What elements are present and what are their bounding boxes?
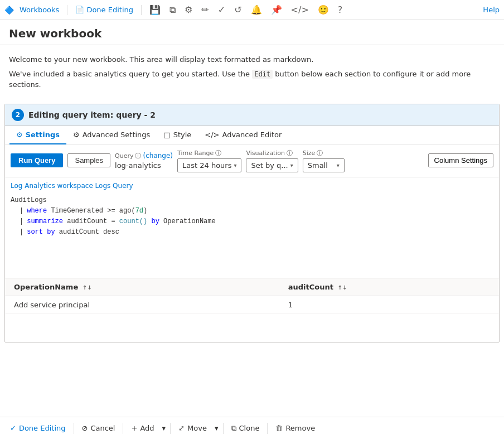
add-chevron-btn[interactable]: ▾: [160, 421, 168, 436]
settings-tabs: ⚙ Settings ⚙ Advanced Settings □ Style <…: [5, 126, 499, 144]
query-label: Query ⓘ (change): [115, 152, 173, 160]
nav-divider-1: [67, 5, 67, 15]
pin-icon-btn[interactable]: 📌: [268, 2, 285, 17]
description-area: Welcome to your new workbook. This area …: [0, 45, 504, 95]
viz-info-icon[interactable]: ⓘ: [287, 149, 293, 157]
move-button[interactable]: ⤢ Move: [173, 421, 212, 436]
query-field: Query ⓘ (change) log-analytics: [115, 152, 173, 170]
bottom-action-bar: ✓ Done Editing ⊘ Cancel + Add ▾ ⤢ Move ▾…: [0, 417, 504, 439]
time-range-field: Time Range ⓘ Last 24 hours ▾: [177, 149, 241, 172]
time-range-info-icon[interactable]: ⓘ: [215, 149, 221, 157]
cancel-button[interactable]: ⊘ Cancel: [76, 421, 121, 436]
size-label: Size ⓘ: [303, 149, 345, 157]
viz-chevron-icon: ▾: [290, 162, 293, 168]
cancel-icon: ⊘: [82, 424, 88, 432]
check-done-icon: ✓: [10, 424, 16, 432]
done-editing-nav-btn[interactable]: 📄 Done Editing: [72, 4, 137, 15]
results-section: OperationName ↑↓ auditCount ↑↓ Add servi…: [5, 278, 499, 314]
settings-controls-row: Run Query Samples Query ⓘ (change) log-a…: [5, 144, 499, 177]
pipe-icon-1: |: [20, 206, 23, 216]
query-spacer: [5, 244, 499, 278]
visualization-label: Visualization ⓘ: [246, 149, 298, 157]
pencil-icon-btn[interactable]: ✏: [198, 2, 212, 17]
size-field: Size ⓘ Small ▾: [303, 149, 345, 172]
workbooks-link[interactable]: Workbooks: [16, 4, 62, 15]
bar-divider-3: [170, 423, 171, 434]
size-info-icon[interactable]: ⓘ: [317, 149, 323, 157]
add-button[interactable]: + Add: [125, 421, 159, 436]
visualization-dropdown[interactable]: Set by q... ▾: [246, 158, 298, 172]
edit-code-label: Edit: [252, 70, 273, 79]
bar-divider-4: [223, 423, 224, 434]
pipe-icon-2: |: [20, 216, 23, 227]
query-line-2: | where TimeGenerated >= ago(7d): [11, 206, 493, 216]
advanced-editor-tab-icon: </>: [205, 131, 219, 139]
move-icon: ⤢: [178, 424, 185, 432]
move-chevron-icon: ▾: [215, 424, 219, 432]
operation-name-sort-icon[interactable]: ↑↓: [83, 284, 92, 291]
query-value: log-analytics: [115, 161, 173, 170]
settings-tab-icon: ⚙: [16, 131, 23, 139]
time-range-label: Time Range ⓘ: [177, 149, 241, 157]
edit-panel-header: 2 Editing query item: query - 2: [5, 104, 499, 126]
query-line-1: AuditLogs: [11, 195, 493, 206]
tab-settings[interactable]: ⚙ Settings: [9, 126, 66, 144]
time-range-chevron-icon: ▾: [234, 162, 236, 168]
bar-divider-5: [267, 423, 268, 434]
query-code-block[interactable]: AuditLogs | where TimeGenerated >= ago(7…: [11, 193, 493, 240]
emoji-icon-btn[interactable]: 🙂: [314, 2, 332, 17]
tab-advanced-editor[interactable]: </> Advanced Editor: [198, 126, 288, 144]
save-icon-btn[interactable]: 💾: [146, 2, 164, 17]
edit-panel: 2 Editing query item: query - 2 ⚙ Settin…: [4, 104, 500, 343]
top-navigation: 🔷 Workbooks 📄 Done Editing 💾 ⧉ ⚙ ✏ ✓ ↺ 🔔…: [0, 0, 504, 20]
nav-divider-2: [141, 5, 142, 15]
edit-panel-title: Editing query item: query - 2: [28, 110, 156, 119]
col-header-audit-count[interactable]: auditCount ↑↓: [279, 278, 499, 296]
style-tab-icon: □: [163, 131, 170, 139]
advanced-settings-tab-icon: ⚙: [73, 131, 80, 139]
query-item-badge: 2: [12, 109, 24, 121]
query-editor-section: Log Analytics workspace Logs Query Audit…: [5, 177, 499, 245]
question-icon-btn[interactable]: ?: [335, 2, 346, 17]
desc-line-2: We've included a basic analytics query t…: [9, 69, 495, 90]
query-info-icon[interactable]: ⓘ: [135, 152, 141, 160]
add-icon: +: [131, 424, 137, 432]
workbooks-icon: 🔷: [4, 6, 14, 15]
copy-icon-btn[interactable]: ⧉: [166, 2, 179, 17]
pipe-icon-3: |: [20, 227, 23, 238]
time-range-dropdown[interactable]: Last 24 hours ▾: [177, 158, 241, 172]
results-table: OperationName ↑↓ auditCount ↑↓ Add servi…: [5, 278, 499, 314]
bell-icon-btn[interactable]: 🔔: [248, 2, 265, 17]
settings-icon-btn[interactable]: ⚙: [181, 2, 196, 17]
samples-button[interactable]: Samples: [67, 153, 110, 167]
check-icon-btn[interactable]: ✓: [215, 2, 229, 17]
desc-line-1: Welcome to your new workbook. This area …: [9, 54, 495, 65]
page-icon: 📄: [75, 6, 84, 14]
query-section-label[interactable]: Log Analytics workspace Logs Query: [11, 182, 493, 190]
bottom-spacer: [5, 314, 499, 342]
size-dropdown[interactable]: Small ▾: [303, 158, 345, 172]
bar-divider-2: [123, 423, 123, 434]
move-chevron-btn[interactable]: ▾: [212, 421, 221, 436]
clone-button[interactable]: ⧉ Clone: [226, 421, 265, 436]
tab-style[interactable]: □ Style: [157, 126, 198, 144]
size-chevron-icon: ▾: [337, 162, 340, 168]
visualization-field: Visualization ⓘ Set by q... ▾: [246, 149, 298, 172]
done-editing-button[interactable]: ✓ Done Editing: [4, 421, 71, 436]
remove-button[interactable]: 🗑 Remove: [270, 421, 321, 436]
clone-icon: ⧉: [231, 424, 236, 433]
refresh-icon-btn[interactable]: ↺: [231, 2, 245, 17]
audit-count-sort-icon[interactable]: ↑↓: [338, 284, 347, 291]
query-change-link[interactable]: (change): [143, 152, 173, 160]
column-settings-button[interactable]: Column Settings: [428, 153, 493, 167]
help-link[interactable]: Help: [483, 6, 500, 14]
tab-advanced-settings[interactable]: ⚙ Advanced Settings: [66, 126, 157, 144]
add-chevron-icon: ▾: [162, 424, 166, 432]
move-button-group: ⤢ Move ▾: [173, 421, 220, 436]
run-query-button[interactable]: Run Query: [11, 153, 63, 167]
cell-audit-count: 1: [279, 296, 499, 314]
table-header-row: OperationName ↑↓ auditCount ↑↓: [5, 278, 499, 296]
code-icon-btn[interactable]: </>: [288, 2, 312, 17]
col-header-operation-name[interactable]: OperationName ↑↓: [5, 278, 279, 296]
table-row: Add service principal 1: [5, 296, 499, 314]
